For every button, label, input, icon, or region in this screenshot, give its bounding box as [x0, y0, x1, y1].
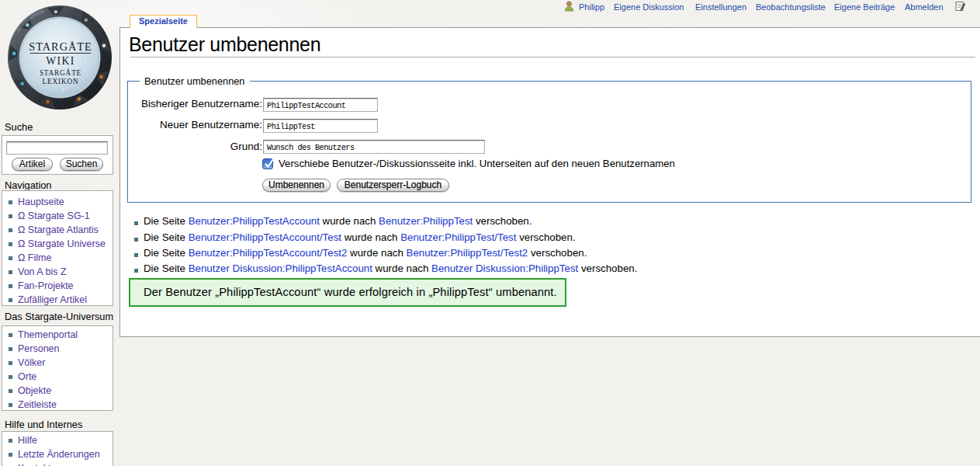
svg-text:STARGÅTE: STARGÅTE — [40, 68, 81, 77]
svg-text:STARGÅTE: STARGÅTE — [29, 40, 92, 53]
svg-text:WIKI: WIKI — [46, 55, 74, 67]
svg-text:LEXIKON: LEXIKON — [43, 78, 79, 85]
